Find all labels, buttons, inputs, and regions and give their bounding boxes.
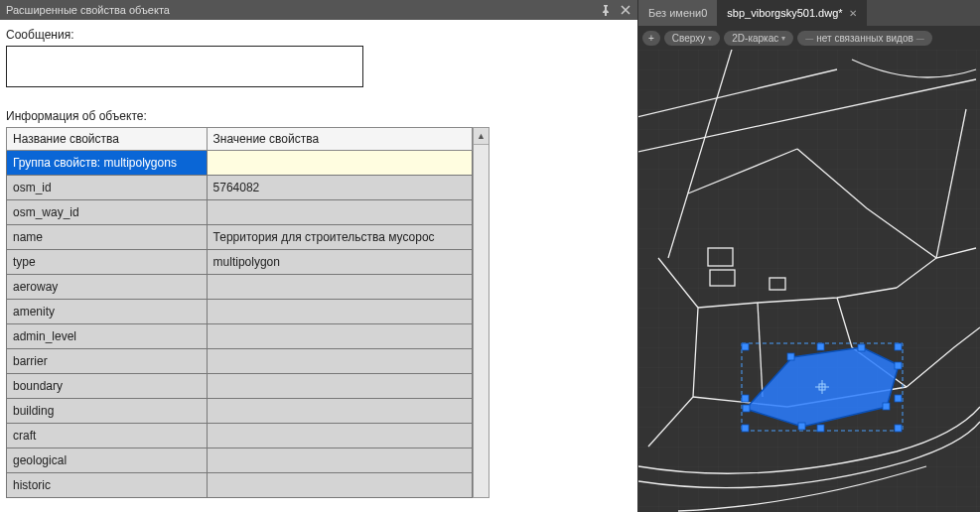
- prop-name: aeroway: [7, 275, 208, 300]
- panel-title-bar: Расширенные свойства объекта: [0, 0, 637, 20]
- svg-rect-15: [895, 425, 902, 432]
- tabs-bar: Без имени0 sbp_viborgsky501.dwg* ✕: [638, 0, 980, 26]
- drawing-viewport[interactable]: [638, 50, 980, 512]
- table-row[interactable]: historic: [7, 473, 473, 498]
- svg-rect-20: [798, 423, 805, 430]
- panel-title: Расширенные свойства объекта: [6, 4, 600, 16]
- group-label: Группа свойств: multipolygons: [7, 151, 208, 176]
- dash-icon: —: [916, 34, 924, 43]
- svg-rect-19: [883, 403, 890, 410]
- prop-value[interactable]: [207, 324, 472, 349]
- prop-value[interactable]: [207, 275, 472, 300]
- svg-rect-11: [817, 425, 824, 432]
- add-view-button[interactable]: +: [642, 31, 660, 46]
- svg-rect-8: [742, 395, 749, 402]
- prop-name: barrier: [7, 349, 208, 374]
- vertical-scrollbar[interactable]: ▲: [473, 127, 490, 498]
- prop-value[interactable]: multipolygon: [207, 250, 472, 275]
- group-value: [207, 151, 472, 176]
- prop-value[interactable]: Территория для строительства мусорос: [207, 225, 472, 250]
- chevron-down-icon: ▾: [708, 34, 712, 43]
- svg-rect-17: [858, 344, 865, 351]
- svg-rect-9: [817, 343, 824, 350]
- view-wireframe-button[interactable]: 2D-каркас▾: [724, 31, 793, 46]
- prop-name: building: [7, 399, 208, 424]
- chevron-down-icon: ▾: [781, 34, 785, 43]
- group-row[interactable]: Группа свойств: multipolygons: [7, 151, 473, 176]
- messages-label: Сообщения:: [6, 28, 631, 42]
- tab-inactive[interactable]: Без имени0: [638, 0, 717, 26]
- prop-name: boundary: [7, 374, 208, 399]
- prop-name: historic: [7, 473, 208, 498]
- prop-value[interactable]: [207, 473, 472, 498]
- prop-name: osm_id: [7, 176, 208, 200]
- view-controls: + Сверху▾ 2D-каркас▾ —нет связанных видо…: [638, 26, 980, 50]
- view-linked-button[interactable]: —нет связанных видов—: [797, 31, 932, 46]
- prop-value[interactable]: [207, 399, 472, 424]
- prop-value[interactable]: [207, 200, 472, 225]
- prop-name: type: [7, 250, 208, 275]
- map-canvas: [638, 50, 980, 512]
- drawing-panel: Без имени0 sbp_viborgsky501.dwg* ✕ + Све…: [638, 0, 980, 512]
- close-tab-icon[interactable]: ✕: [849, 8, 857, 19]
- table-row[interactable]: admin_level: [7, 324, 473, 349]
- table-row[interactable]: geological: [7, 448, 473, 473]
- pin-icon[interactable]: [600, 4, 612, 16]
- properties-panel: Расширенные свойства объекта Сообщения: …: [0, 0, 638, 512]
- svg-rect-21: [743, 405, 750, 412]
- prop-name: osm_way_id: [7, 200, 208, 225]
- table-wrap: Название свойства Значение свойства Груп…: [6, 127, 631, 498]
- messages-textbox[interactable]: [6, 46, 363, 87]
- table-row[interactable]: osm_way_id: [7, 200, 473, 225]
- table-row[interactable]: amenity: [7, 300, 473, 324]
- scroll-up-arrow[interactable]: ▲: [474, 128, 489, 145]
- object-info-label: Информация об объекте:: [6, 109, 631, 123]
- svg-rect-10: [895, 395, 902, 402]
- panel-body: Сообщения: Информация об объекте: Назван…: [0, 20, 637, 512]
- properties-table: Название свойства Значение свойства Груп…: [6, 127, 473, 498]
- table-row[interactable]: typemultipolygon: [7, 250, 473, 275]
- tab-active[interactable]: sbp_viborgsky501.dwg* ✕: [717, 0, 866, 26]
- svg-rect-18: [895, 362, 902, 369]
- prop-name: craft: [7, 424, 208, 448]
- table-row[interactable]: barrier: [7, 349, 473, 374]
- prop-name: amenity: [7, 300, 208, 324]
- prop-value[interactable]: [207, 300, 472, 324]
- prop-name: admin_level: [7, 324, 208, 349]
- header-value[interactable]: Значение свойства: [207, 128, 472, 151]
- svg-rect-13: [895, 343, 902, 350]
- table-row[interactable]: aeroway: [7, 275, 473, 300]
- prop-name: name: [7, 225, 208, 250]
- table-row[interactable]: nameТерритория для строительства мусорос: [7, 225, 473, 250]
- tab-label: Без имени0: [648, 7, 707, 19]
- dash-icon: —: [805, 34, 813, 43]
- title-controls: [600, 4, 631, 16]
- svg-rect-1: [638, 50, 980, 512]
- svg-rect-12: [742, 343, 749, 350]
- header-name[interactable]: Название свойства: [7, 128, 208, 151]
- table-row[interactable]: craft: [7, 424, 473, 448]
- svg-rect-16: [787, 353, 794, 360]
- table-row[interactable]: building: [7, 399, 473, 424]
- prop-name: geological: [7, 448, 208, 473]
- prop-value[interactable]: [207, 349, 472, 374]
- view-top-button[interactable]: Сверху▾: [664, 31, 720, 46]
- prop-value[interactable]: 5764082: [207, 176, 472, 200]
- prop-value[interactable]: [207, 374, 472, 399]
- table-row[interactable]: osm_id5764082: [7, 176, 473, 200]
- prop-value[interactable]: [207, 424, 472, 448]
- prop-value[interactable]: [207, 448, 472, 473]
- svg-rect-14: [742, 425, 749, 432]
- table-row[interactable]: boundary: [7, 374, 473, 399]
- close-icon[interactable]: [620, 4, 631, 16]
- tab-label: sbp_viborgsky501.dwg*: [727, 7, 842, 19]
